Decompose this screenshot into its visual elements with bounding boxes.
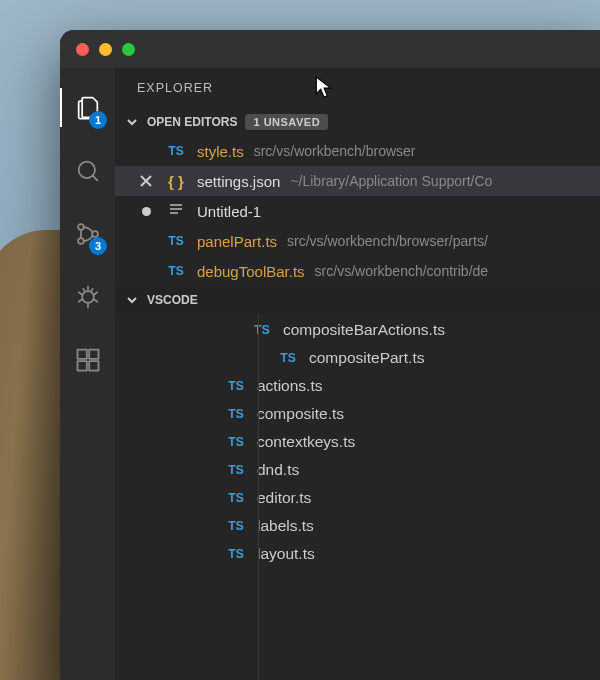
file-name: Untitled-1 [197,203,261,220]
file-name: dnd.ts [257,461,299,479]
file-name: settings.json [197,173,280,190]
svg-rect-5 [77,349,86,358]
svg-point-4 [82,291,94,303]
ts-file-icon: TS [165,234,187,248]
indent-guide [258,314,259,680]
open-editor-item[interactable]: TSdebugToolBar.tssrc/vs/workbench/contri… [115,256,600,286]
file-tree: TScompositeBarActions.tsTScompositePart.… [115,314,600,680]
file-name: actions.ts [257,377,322,395]
open-editors-header[interactable]: OPEN EDITORS 1 UNSAVED [115,108,600,136]
file-name: debugToolBar.ts [197,263,305,280]
chevron-down-icon [125,116,139,128]
workspace-label: VSCODE [147,293,198,307]
open-editors-label: OPEN EDITORS [147,115,237,129]
txt-file-icon [165,202,187,221]
file-name: contextkeys.ts [257,433,355,451]
activity-bar: 1 3 [60,68,115,680]
tree-file[interactable]: TSlayout.ts [115,540,600,568]
ts-file-icon: TS [225,519,247,533]
extensions-icon [74,346,102,374]
unsaved-dot-icon[interactable] [137,207,155,216]
tree-file[interactable]: TSactions.ts [115,372,600,400]
svg-rect-6 [77,361,86,370]
json-file-icon: { } [165,173,187,190]
ts-file-icon: TS [225,491,247,505]
ts-file-icon: TS [225,435,247,449]
explorer-sidebar: EXPLORER OPEN EDITORS 1 UNSAVED TSstyle.… [115,68,600,680]
activity-source-control[interactable]: 3 [60,206,115,261]
titlebar[interactable] [60,30,600,68]
file-path: src/vs/workbench/browser [254,143,416,159]
file-name: editor.ts [257,489,311,507]
open-editors-list: TSstyle.tssrc/vs/workbench/browser{ }set… [115,136,600,286]
unsaved-badge: 1 UNSAVED [245,114,328,130]
ts-file-icon: TS [225,463,247,477]
sidebar-title: EXPLORER [115,68,600,108]
ts-file-icon: TS [277,351,299,365]
file-name: layout.ts [257,545,315,563]
tree-file[interactable]: TSeditor.ts [115,484,600,512]
ts-file-icon: TS [225,407,247,421]
mouse-cursor-icon [315,76,333,101]
activity-extensions[interactable] [60,332,115,387]
file-name: panelPart.ts [197,233,277,250]
sidebar-title-label: EXPLORER [137,81,213,95]
file-name: style.ts [197,143,244,160]
workspace-header[interactable]: VSCODE [115,286,600,314]
file-path: src/vs/workbench/contrib/de [315,263,489,279]
tree-file[interactable]: TScontextkeys.ts [115,428,600,456]
close-icon[interactable] [137,174,155,188]
tree-file[interactable]: TSlabels.ts [115,512,600,540]
tree-file[interactable]: TSdnd.ts [115,456,600,484]
vscode-window: 1 3 EXPLORER [60,30,600,680]
file-name: compositeBarActions.ts [283,321,445,339]
svg-rect-8 [89,349,98,358]
ts-file-icon: TS [251,323,273,337]
tree-file[interactable]: TScomposite.ts [115,400,600,428]
ts-file-icon: TS [225,547,247,561]
file-name: composite.ts [257,405,344,423]
tree-file[interactable]: TScompositeBarActions.ts [115,316,600,344]
activity-explorer[interactable]: 1 [60,80,115,135]
open-editor-item[interactable]: TSpanelPart.tssrc/vs/workbench/browser/p… [115,226,600,256]
tree-file[interactable]: TScompositePart.ts [115,344,600,372]
ts-file-icon: TS [165,264,187,278]
ts-file-icon: TS [225,379,247,393]
window-minimize-button[interactable] [99,43,112,56]
file-path: ~/Library/Application Support/Co [290,173,492,189]
file-name: labels.ts [257,517,314,535]
scm-badge: 3 [89,237,107,255]
open-editor-item[interactable]: { }settings.json~/Library/Application Su… [115,166,600,196]
window-maximize-button[interactable] [122,43,135,56]
open-editor-item[interactable]: TSstyle.tssrc/vs/workbench/browser [115,136,600,166]
explorer-badge: 1 [89,111,107,129]
activity-search[interactable] [60,143,115,198]
debug-icon [74,283,102,311]
window-close-button[interactable] [76,43,89,56]
search-icon [74,157,102,185]
chevron-down-icon [125,294,139,306]
open-editor-item[interactable]: Untitled-1 [115,196,600,226]
file-name: compositePart.ts [309,349,424,367]
ts-file-icon: TS [165,144,187,158]
svg-rect-7 [89,361,98,370]
file-path: src/vs/workbench/browser/parts/ [287,233,488,249]
activity-run-debug[interactable] [60,269,115,324]
